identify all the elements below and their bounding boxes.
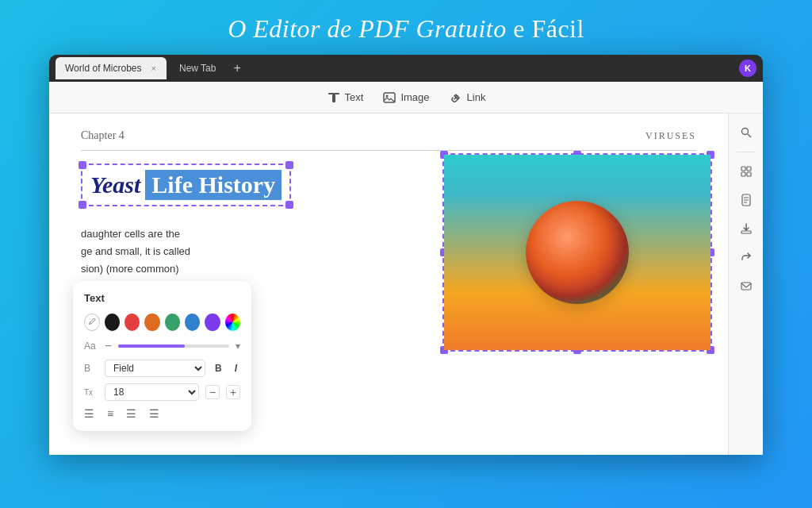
- right-sidebar: [728, 114, 763, 455]
- selection-handle-br: [285, 201, 293, 209]
- tab-close-btn[interactable]: ×: [151, 64, 155, 73]
- image-tool[interactable]: Image: [382, 90, 429, 105]
- link-icon: [449, 90, 463, 105]
- tab-active-label: World of Microbes: [65, 63, 141, 74]
- font-size-bar: [118, 344, 229, 348]
- search-icon: [740, 126, 753, 139]
- text-selection-box[interactable]: Yeast Life History: [81, 164, 291, 206]
- size-minus-btn[interactable]: −: [205, 385, 220, 399]
- link-tool-label: Link: [467, 91, 486, 103]
- thumbnail-icon: [740, 165, 753, 178]
- pdf-sidebar-btn[interactable]: [733, 187, 759, 213]
- browser-window: World of Microbes × New Tab + K Text I: [49, 55, 763, 455]
- color-black[interactable]: [105, 314, 120, 331]
- color-edit-btn[interactable]: [84, 314, 100, 331]
- color-green[interactable]: [165, 314, 180, 331]
- bold-row: B Field B I: [84, 360, 240, 377]
- text-tool-label: Text: [345, 91, 364, 103]
- svg-rect-1: [332, 94, 335, 102]
- user-avatar[interactable]: K: [739, 60, 756, 77]
- svg-point-3: [386, 94, 389, 97]
- tab-active[interactable]: World of Microbes ×: [56, 57, 167, 79]
- align-justify-btn[interactable]: ☰: [149, 407, 159, 420]
- tab-bar: World of Microbes × New Tab + K: [49, 55, 763, 82]
- bold-label: B: [84, 363, 98, 374]
- share-sidebar-btn[interactable]: [733, 244, 759, 270]
- extract-icon: [740, 222, 753, 235]
- selection-handle-bl: [79, 201, 86, 209]
- page-title: O Editor de PDF Gratuito e Fácil: [228, 14, 584, 44]
- color-red[interactable]: [124, 314, 140, 331]
- image-icon: [382, 90, 396, 105]
- text-tool[interactable]: Text: [327, 90, 364, 105]
- font-field-select[interactable]: Field: [105, 360, 205, 377]
- color-custom[interactable]: [225, 314, 240, 331]
- italic-btn[interactable]: I: [232, 361, 240, 375]
- mail-sidebar-btn[interactable]: [733, 273, 759, 298]
- size-select[interactable]: 18: [105, 383, 199, 401]
- search-sidebar-btn[interactable]: [733, 120, 759, 145]
- svg-rect-0: [328, 93, 339, 94]
- svg-rect-9: [747, 172, 751, 176]
- align-row: ☰ ≡ ☰ ☰: [84, 407, 240, 420]
- align-center-btn[interactable]: ≡: [107, 407, 113, 420]
- title-italic: O Editor de PDF Gratuito: [228, 14, 507, 43]
- align-right-btn[interactable]: ☰: [126, 407, 136, 420]
- svg-rect-7: [747, 167, 751, 171]
- size-label: Tx: [84, 388, 98, 397]
- extract-sidebar-btn[interactable]: [733, 216, 759, 241]
- image-selection-box[interactable]: [442, 153, 712, 352]
- chapter-label: Chapter 4: [81, 129, 124, 142]
- tab-add-btn[interactable]: +: [228, 61, 245, 75]
- chapter-right-label: VIRUSES: [645, 130, 696, 142]
- svg-line-5: [748, 134, 751, 137]
- text-panel-title: Text: [84, 292, 240, 304]
- color-blue[interactable]: [185, 314, 200, 331]
- align-left-btn[interactable]: ☰: [84, 407, 94, 420]
- font-size-chevron[interactable]: ▾: [236, 341, 240, 352]
- color-orange[interactable]: [144, 314, 159, 331]
- bold-btn[interactable]: B: [212, 361, 225, 375]
- font-size-minus[interactable]: −: [105, 339, 112, 353]
- main-content: Chapter 4 VIRUSES Yeast Life History dau…: [49, 114, 763, 455]
- link-tool[interactable]: Link: [449, 90, 486, 105]
- selection-handle-tl: [79, 161, 86, 169]
- share-icon: [740, 251, 753, 264]
- svg-rect-14: [741, 231, 751, 233]
- editor-toolbar: Text Image Link: [49, 82, 763, 114]
- color-row: [84, 314, 240, 331]
- size-plus-btn[interactable]: +: [226, 385, 240, 399]
- edit-icon: [88, 318, 96, 326]
- mail-icon: [740, 279, 753, 292]
- color-purple[interactable]: [205, 314, 220, 331]
- selection-handle-tr: [285, 161, 293, 169]
- font-size-icon: Aa: [84, 341, 98, 352]
- avatar-letter: K: [745, 64, 751, 73]
- page-header: Chapter 4 VIRUSES: [81, 129, 696, 151]
- sidebar-divider-1: [737, 152, 756, 152]
- text-format-panel: Text: [73, 281, 251, 431]
- sphere-image: [444, 155, 710, 350]
- tab-inactive-label: New Tab: [179, 63, 216, 74]
- svg-rect-6: [741, 167, 745, 171]
- heading-italic-text: Yeast: [90, 171, 140, 198]
- heading-highlight-text: Life History: [145, 170, 282, 200]
- tab-inactive[interactable]: New Tab: [170, 57, 225, 79]
- image-tool-label: Image: [400, 91, 429, 103]
- title-normal: e Fácil: [507, 14, 584, 43]
- size-row: Tx 18 − +: [84, 383, 240, 401]
- svg-point-4: [741, 129, 748, 135]
- font-size-row: Aa − ▾: [84, 339, 240, 353]
- sphere-ball: [526, 201, 629, 304]
- pdf-icon: [740, 194, 753, 206]
- thumbnail-sidebar-btn[interactable]: [733, 159, 759, 184]
- pdf-content: Chapter 4 VIRUSES Yeast Life History dau…: [49, 114, 728, 455]
- text-icon: [327, 90, 341, 105]
- svg-rect-8: [741, 172, 745, 176]
- svg-rect-15: [741, 283, 751, 290]
